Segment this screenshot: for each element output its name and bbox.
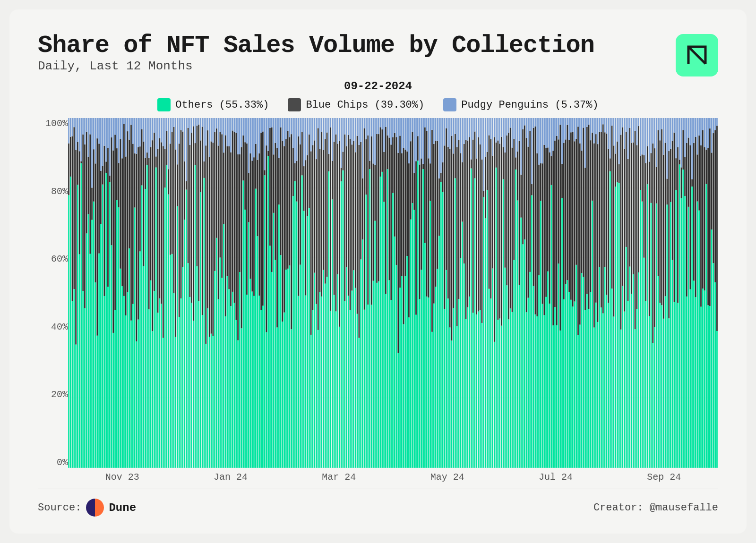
svg-rect-723 (492, 118, 493, 156)
svg-rect-763 (517, 201, 518, 468)
chart-title: Share of NFT Sales Volume by Collection (38, 32, 594, 59)
svg-rect-959 (633, 143, 634, 274)
svg-rect-203 (184, 161, 185, 220)
svg-rect-965 (636, 145, 637, 309)
svg-rect-131 (141, 129, 143, 186)
svg-rect-118 (134, 208, 136, 468)
svg-rect-1021 (670, 202, 671, 468)
svg-rect-368 (282, 141, 283, 322)
svg-rect-529 (378, 281, 379, 468)
svg-rect-187 (175, 337, 176, 468)
svg-rect-37 (86, 234, 87, 468)
svg-rect-255 (214, 118, 215, 132)
svg-rect-18 (73, 118, 75, 127)
svg-rect-818 (549, 153, 550, 304)
svg-rect-13 (72, 301, 73, 468)
svg-rect-209 (188, 128, 189, 263)
svg-rect-56 (96, 138, 98, 336)
svg-rect-340 (266, 332, 267, 468)
svg-rect-653 (451, 136, 452, 341)
svg-rect-349 (271, 272, 273, 468)
svg-rect-756 (512, 118, 513, 148)
svg-rect-655 (453, 308, 454, 468)
svg-rect-610 (426, 297, 428, 468)
svg-rect-616 (430, 201, 431, 468)
svg-rect-310 (248, 222, 249, 468)
svg-rect-496 (359, 338, 360, 468)
svg-rect-273 (225, 118, 226, 135)
svg-rect-271 (225, 316, 226, 468)
svg-rect-902 (599, 132, 600, 267)
svg-rect-972 (640, 118, 641, 156)
svg-rect-243 (207, 118, 208, 130)
svg-rect-659 (455, 134, 456, 178)
svg-rect-161 (159, 138, 160, 298)
svg-rect-753 (510, 118, 511, 127)
svg-rect-783 (528, 118, 529, 147)
svg-rect-585 (410, 118, 412, 141)
svg-rect-190 (177, 206, 178, 468)
svg-rect-83 (112, 151, 114, 333)
svg-rect-813 (545, 118, 547, 148)
svg-rect-945 (624, 118, 625, 149)
svg-rect-149 (152, 140, 153, 331)
svg-rect-625 (435, 287, 437, 468)
svg-rect-722 (492, 156, 493, 269)
svg-rect-1030 (675, 190, 677, 468)
svg-rect-566 (399, 136, 401, 288)
svg-rect-489 (353, 118, 354, 141)
svg-rect-578 (406, 152, 408, 256)
svg-rect-693 (474, 118, 475, 131)
svg-rect-975 (642, 118, 643, 154)
svg-rect-660 (455, 118, 456, 134)
svg-rect-32 (82, 135, 84, 291)
svg-rect-573 (403, 118, 404, 148)
svg-rect-656 (453, 153, 454, 308)
svg-rect-490 (355, 288, 356, 468)
svg-rect-164 (161, 143, 162, 304)
svg-rect-1052 (688, 138, 689, 207)
svg-rect-747 (506, 118, 507, 136)
svg-rect-48 (91, 118, 93, 187)
svg-rect-177 (168, 118, 169, 169)
svg-rect-46 (91, 220, 93, 468)
svg-rect-804 (540, 118, 541, 163)
svg-rect-81 (111, 118, 112, 137)
svg-rect-106 (127, 292, 129, 468)
svg-rect-251 (212, 143, 214, 336)
svg-rect-301 (243, 180, 244, 468)
svg-rect-575 (404, 150, 406, 276)
svg-rect-469 (343, 170, 344, 468)
svg-rect-721 (492, 269, 493, 468)
svg-rect-380 (289, 137, 291, 266)
svg-rect-672 (462, 118, 463, 162)
svg-rect-1038 (679, 118, 680, 160)
svg-rect-239 (205, 145, 206, 344)
svg-rect-101 (123, 124, 125, 297)
svg-rect-600 (419, 118, 421, 164)
svg-rect-458 (335, 135, 337, 312)
svg-rect-199 (182, 267, 183, 468)
svg-rect-794 (535, 127, 536, 314)
svg-rect-134 (143, 142, 144, 266)
svg-rect-443 (326, 133, 328, 277)
svg-rect-150 (152, 118, 153, 140)
svg-rect-880 (586, 294, 588, 468)
svg-rect-245 (209, 157, 210, 337)
svg-rect-516 (369, 118, 370, 161)
svg-rect-553 (392, 193, 394, 468)
svg-rect-476 (346, 146, 347, 267)
svg-rect-564 (397, 118, 399, 153)
bars-wrapper (68, 118, 718, 468)
svg-rect-467 (341, 168, 342, 182)
svg-rect-652 (451, 340, 452, 468)
svg-rect-883 (588, 309, 590, 468)
svg-rect-692 (474, 132, 475, 178)
svg-rect-43 (89, 254, 91, 468)
svg-rect-974 (642, 154, 643, 201)
svg-rect-905 (601, 132, 602, 308)
svg-rect-1084 (707, 305, 709, 468)
svg-rect-133 (143, 266, 144, 468)
svg-rect-147 (150, 118, 152, 147)
svg-rect-793 (535, 314, 536, 468)
